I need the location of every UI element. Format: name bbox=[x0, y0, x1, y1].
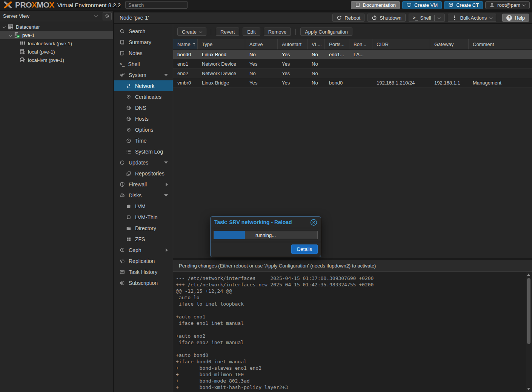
vertical-scrollbar[interactable] bbox=[526, 272, 532, 392]
menu-item-shell[interactable]: >_ Shell bbox=[114, 58, 173, 69]
scroll-up-arrow-icon[interactable] bbox=[527, 274, 530, 276]
menu-item-task-history[interactable]: Task History bbox=[114, 266, 173, 277]
apply-configuration-button[interactable]: Apply Configuration bbox=[300, 28, 352, 36]
menu-item-repositories[interactable]: Repositories bbox=[114, 168, 173, 179]
horizontal-splitter[interactable] bbox=[173, 258, 532, 260]
chevron-down-icon[interactable] bbox=[94, 14, 98, 17]
menu-item-time[interactable]: Time bbox=[114, 135, 173, 146]
bulk-actions-button[interactable]: Bulk Actions bbox=[448, 14, 496, 22]
menu-item-search[interactable]: Search bbox=[114, 26, 173, 37]
global-search-input[interactable] bbox=[125, 1, 188, 9]
menu-group-ceph[interactable]: Ceph bbox=[114, 244, 173, 255]
expand-chevron-icon[interactable] bbox=[9, 34, 12, 37]
book-icon bbox=[120, 40, 125, 45]
column-header-comment[interactable]: Comment bbox=[469, 39, 532, 49]
cell-active: No bbox=[245, 50, 278, 59]
menu-item-subscription[interactable]: Subscription bbox=[114, 277, 173, 288]
tree-item-datacenter[interactable]: Datacenter bbox=[0, 23, 113, 31]
column-label: Name bbox=[177, 42, 191, 47]
column-header-name[interactable]: Name bbox=[173, 39, 198, 49]
table-row-eno2[interactable]: eno2 Network Device No Yes No bbox=[173, 69, 532, 78]
menu-item-summary[interactable]: Summary bbox=[114, 37, 173, 48]
reboot-button[interactable]: Reboot bbox=[332, 14, 364, 22]
menu-item-replication[interactable]: Replication bbox=[114, 255, 173, 266]
cell-name: eno2 bbox=[173, 69, 198, 78]
grid-icon bbox=[126, 237, 131, 242]
menu-group-firewall[interactable]: Firewall bbox=[114, 179, 173, 190]
menu-item-hosts[interactable]: Hosts bbox=[114, 113, 173, 124]
menu-group-system[interactable]: System bbox=[114, 69, 173, 80]
tree-settings-button[interactable] bbox=[103, 12, 112, 20]
menu-group-updates[interactable]: Updates bbox=[114, 157, 173, 168]
column-header-vlan[interactable]: VL... bbox=[308, 39, 325, 49]
scroll-down-arrow-icon[interactable] bbox=[527, 388, 530, 390]
revert-button[interactable]: Revert bbox=[216, 28, 239, 36]
details-button[interactable]: Details bbox=[291, 244, 318, 254]
tree-item-pve-1[interactable]: pve-1 bbox=[0, 31, 113, 39]
menu-item-notes[interactable]: Notes bbox=[114, 48, 173, 58]
view-selector[interactable]: Server View bbox=[3, 13, 29, 19]
tree-item-label: pve-1 bbox=[22, 32, 35, 38]
column-header-cidr[interactable]: CIDR bbox=[372, 39, 430, 49]
list-panel-icon bbox=[120, 269, 125, 275]
edit-button[interactable]: Edit bbox=[243, 28, 260, 36]
help-button[interactable]: ? Help bbox=[502, 14, 529, 22]
column-header-autostart[interactable]: Autostart bbox=[278, 39, 308, 49]
menu-item-network[interactable]: Network bbox=[114, 80, 173, 91]
network-grid-toolbar: Create Revert Edit Remove Apply Configur… bbox=[173, 24, 532, 39]
column-header-gateway[interactable]: Gateway bbox=[430, 39, 469, 49]
column-header-active[interactable]: Active bbox=[245, 39, 278, 49]
menu-item-options[interactable]: Options bbox=[114, 124, 173, 135]
shell-button[interactable]: >_ Shell bbox=[409, 14, 445, 22]
menu-label: Time bbox=[135, 138, 147, 144]
resource-tree-header: Server View bbox=[0, 11, 113, 21]
create-ct-button[interactable]: Create CT bbox=[444, 1, 483, 9]
menu-item-lvm-thin[interactable]: LVM-Thin bbox=[114, 212, 173, 223]
dialog-title-bar[interactable]: Task: SRV networking - Reload bbox=[211, 217, 321, 228]
table-row-eno1[interactable]: eno1 Network Device Yes Yes No bbox=[173, 59, 532, 69]
create-button[interactable]: Create bbox=[177, 28, 206, 36]
column-header-ports[interactable]: Ports... bbox=[325, 39, 349, 49]
chevron-down-icon[interactable] bbox=[438, 15, 441, 19]
scrollbar-thumb[interactable] bbox=[527, 278, 530, 344]
menu-label: Summary bbox=[129, 39, 151, 45]
table-row-vmbr0[interactable]: vmbr0 Linux Bridge Yes Yes No bond0 192.… bbox=[173, 78, 532, 88]
power-icon bbox=[372, 15, 377, 20]
create-vm-button[interactable]: Create VM bbox=[402, 1, 442, 9]
column-label: Ports... bbox=[329, 42, 344, 47]
column-header-type[interactable]: Type bbox=[198, 39, 245, 49]
menu-item-certificates[interactable]: Certificates bbox=[114, 91, 173, 102]
cell-bond-mode bbox=[349, 69, 372, 78]
tree-item-local-lvm-storage[interactable]: local-lvm (pve-1) bbox=[0, 56, 113, 64]
tree-item-local-storage[interactable]: local (pve-1) bbox=[0, 48, 113, 56]
shutdown-button[interactable]: Shutdown bbox=[367, 14, 406, 22]
expand-caret-icon[interactable] bbox=[166, 183, 168, 186]
menu-item-system-log[interactable]: System Log bbox=[114, 146, 173, 157]
documentation-button[interactable]: Documentation bbox=[351, 1, 400, 9]
expand-caret-icon[interactable] bbox=[166, 248, 168, 252]
table-row-bond0[interactable]: bond0 Linux Bond No Yes No eno1... LA... bbox=[173, 50, 532, 59]
chevron-down-icon[interactable] bbox=[199, 29, 203, 33]
collapse-caret-icon[interactable] bbox=[164, 74, 168, 76]
menu-item-directory[interactable]: Directory bbox=[114, 223, 173, 234]
menu-item-zfs[interactable]: ZFS bbox=[114, 234, 173, 244]
user-menu-button[interactable]: root@pam bbox=[485, 1, 530, 9]
close-icon[interactable] bbox=[310, 219, 317, 226]
proxmox-wordmark: PROXMOX bbox=[15, 0, 54, 9]
collapse-caret-icon[interactable] bbox=[164, 194, 168, 197]
column-label: CIDR bbox=[377, 42, 389, 47]
tree-item-localnetwork[interactable]: localnetwork (pve-1) bbox=[0, 39, 113, 48]
menu-label: Replication bbox=[129, 258, 155, 264]
chevron-down-icon[interactable] bbox=[489, 15, 493, 19]
expand-chevron-icon[interactable] bbox=[3, 25, 6, 28]
column-label: Autostart bbox=[282, 42, 301, 47]
menu-item-lvm[interactable]: LVM bbox=[114, 201, 173, 212]
monitor-icon bbox=[406, 2, 412, 8]
tree-item-label: local-lvm (pve-1) bbox=[28, 57, 64, 63]
menu-item-dns[interactable]: DNS bbox=[114, 102, 173, 113]
column-header-bond[interactable]: Bon... bbox=[349, 39, 372, 49]
remove-button[interactable]: Remove bbox=[264, 28, 291, 36]
menu-group-disks[interactable]: Disks bbox=[114, 190, 173, 201]
certificate-icon bbox=[126, 94, 131, 100]
collapse-caret-icon[interactable] bbox=[164, 161, 168, 164]
